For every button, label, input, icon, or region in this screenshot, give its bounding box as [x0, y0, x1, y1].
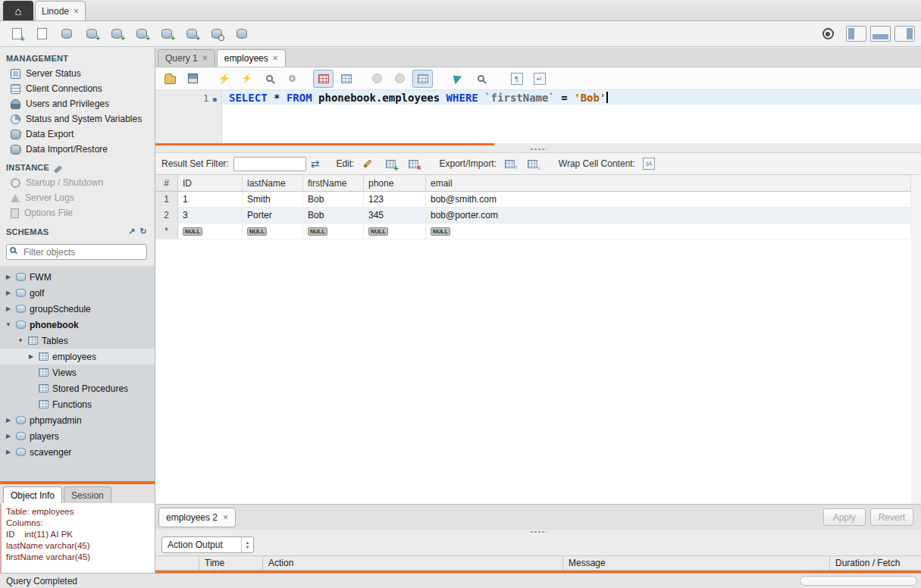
close-icon[interactable]: ×	[202, 53, 208, 64]
close-icon[interactable]: ×	[273, 53, 278, 64]
cell-firstname[interactable]: Bob	[303, 192, 364, 207]
result-filter-input[interactable]	[233, 157, 306, 171]
sidebar-item-data-export[interactable]: Data Export	[0, 127, 155, 142]
tab-employees[interactable]: employees ×	[217, 49, 286, 67]
cell-lastname[interactable]: NULL	[243, 224, 303, 239]
explain-button[interactable]	[259, 70, 280, 88]
horizontal-scrollbar-thumb[interactable]	[800, 576, 917, 586]
sidebar-item-users-privileges[interactable]: Users and Privileges	[0, 96, 155, 111]
wrap-cell-content-button[interactable]: IA	[640, 155, 658, 172]
collapse-arrow-icon[interactable]: ▼	[5, 321, 12, 328]
sidebar-item-startup-shutdown[interactable]: Startup / Shutdown	[0, 175, 155, 190]
create-schema-button[interactable]	[81, 24, 102, 44]
sidebar-item-client-connections[interactable]: Client Connections	[0, 81, 155, 96]
column-header-email[interactable]: email	[426, 175, 911, 191]
tab-object-info[interactable]: Object Info	[3, 486, 62, 503]
output-column-icon[interactable]	[155, 556, 199, 570]
expand-arrow-icon[interactable]: ▶	[5, 449, 12, 455]
schema-item-golf[interactable]: ▶ golf	[0, 285, 155, 301]
tree-item-employees[interactable]: ▶ employees	[0, 349, 155, 364]
schema-item-phonebook[interactable]: ▼ phonebook	[0, 317, 155, 333]
output-column-message[interactable]: Message	[563, 556, 830, 570]
tab-employees-2[interactable]: employees 2 ×	[158, 508, 236, 527]
connection-tab[interactable]: Linode ×	[35, 1, 86, 20]
column-header-firstname[interactable]: firstName	[303, 175, 364, 191]
row-number-cell[interactable]: 1	[155, 192, 178, 207]
inspector-button[interactable]	[56, 24, 77, 44]
execute-current-statement-button[interactable]: ⚡	[237, 70, 257, 88]
execute-button[interactable]: ⚡	[214, 70, 234, 88]
expand-arrow-icon[interactable]: ▶	[5, 274, 12, 280]
cell-email[interactable]: bob@smith.com	[426, 192, 911, 207]
column-header-lastname[interactable]: lastName	[243, 175, 303, 191]
expand-panel-icon[interactable]: ↗	[128, 227, 135, 236]
row-number-cell[interactable]: 2	[155, 208, 178, 223]
output-column-action[interactable]: Action	[263, 556, 563, 570]
sidebar-item-server-logs[interactable]: Server Logs	[0, 190, 155, 205]
tree-item-stored-procedures[interactable]: Stored Procedures	[0, 380, 155, 396]
tab-session[interactable]: Session	[64, 486, 111, 503]
search-data-button[interactable]	[206, 24, 227, 44]
cell-phone[interactable]: NULL	[364, 224, 426, 239]
rollback-button[interactable]	[390, 70, 410, 88]
sql-editor[interactable]: 1● SELECT * FROM phonebook.employees WHE…	[155, 90, 921, 143]
new-sql-tab-button[interactable]	[6, 24, 27, 44]
home-tab-button[interactable]: ⌂	[3, 1, 33, 20]
invisible-chars-button[interactable]: ¶	[506, 70, 527, 88]
cell-email[interactable]: NULL	[426, 224, 911, 239]
save-script-button[interactable]	[183, 70, 203, 88]
sidebar-item-options-file[interactable]: Options File	[0, 205, 155, 220]
cell-phone[interactable]: 123	[364, 192, 426, 207]
delete-row-button[interactable]	[404, 155, 422, 172]
dropdown-stepper[interactable]: ▲ ▼	[241, 537, 253, 552]
cell-lastname[interactable]: Porter	[243, 208, 303, 223]
cell-firstname[interactable]: NULL	[303, 224, 364, 239]
sidebar-item-data-import[interactable]: Data Import/Restore	[0, 142, 155, 157]
create-procedure-button[interactable]	[156, 24, 177, 44]
collapse-arrow-icon[interactable]: ▼	[17, 337, 24, 344]
open-script-button[interactable]	[160, 70, 180, 88]
column-header-rownum[interactable]: #	[155, 175, 178, 191]
column-header-id[interactable]: ID	[178, 175, 243, 191]
status-indicator-button[interactable]	[817, 24, 838, 44]
autocommit-button[interactable]	[412, 70, 433, 88]
tree-item-tables[interactable]: ▼ Tables	[0, 333, 155, 349]
sidebar-item-server-status[interactable]: Server Status	[0, 66, 155, 81]
insert-row-button[interactable]	[381, 155, 399, 172]
limit-rows-button[interactable]	[313, 70, 334, 88]
schema-item-phpmyadmin[interactable]: ▶ phpmyadmin	[0, 412, 155, 428]
revert-button[interactable]: Revert	[870, 508, 913, 526]
cell-id[interactable]: 1	[178, 192, 243, 207]
cell-phone[interactable]: 345	[364, 208, 426, 223]
output-type-dropdown[interactable]: Action Output ▲ ▼	[161, 536, 254, 553]
cell-lastname[interactable]: Smith	[243, 192, 303, 207]
toggle-grid-button[interactable]	[336, 70, 356, 88]
apply-button[interactable]: Apply	[823, 508, 866, 526]
wrap-text-button[interactable]: ↵	[529, 70, 550, 88]
commit-button[interactable]	[367, 70, 387, 88]
refresh-results-icon[interactable]: ⇄	[311, 158, 320, 170]
beautify-button[interactable]	[448, 70, 468, 88]
schema-item-players[interactable]: ▶ players	[0, 428, 155, 444]
editor-results-splitter[interactable]	[155, 145, 921, 152]
edit-record-button[interactable]	[359, 155, 377, 172]
expand-arrow-icon[interactable]: ▶	[5, 305, 12, 312]
tab-query-1[interactable]: Query 1 ×	[158, 49, 215, 67]
code-area[interactable]: SELECT * FROM phonebook.employees WHERE …	[222, 90, 921, 143]
tree-item-views[interactable]: Views	[0, 364, 155, 380]
tree-item-functions[interactable]: Functions	[0, 396, 155, 412]
schema-filter-input[interactable]	[6, 244, 147, 260]
stop-button[interactable]	[282, 70, 302, 88]
close-icon[interactable]: ×	[74, 6, 79, 17]
expand-arrow-icon[interactable]: ▶	[5, 289, 12, 296]
cell-firstname[interactable]: Bob	[303, 208, 364, 223]
column-header-phone[interactable]: phone	[364, 175, 426, 191]
expand-arrow-icon[interactable]: ▶	[5, 417, 12, 424]
close-icon[interactable]: ×	[223, 512, 228, 523]
schema-item-fwm[interactable]: ▶ FWM	[0, 269, 155, 285]
cell-id[interactable]: NULL	[178, 224, 243, 239]
output-column-time[interactable]: Time	[199, 556, 263, 570]
toggle-left-panel-button[interactable]	[846, 26, 866, 42]
toggle-right-panel-button[interactable]	[894, 26, 915, 42]
expand-arrow-icon[interactable]: ▶	[5, 433, 12, 439]
